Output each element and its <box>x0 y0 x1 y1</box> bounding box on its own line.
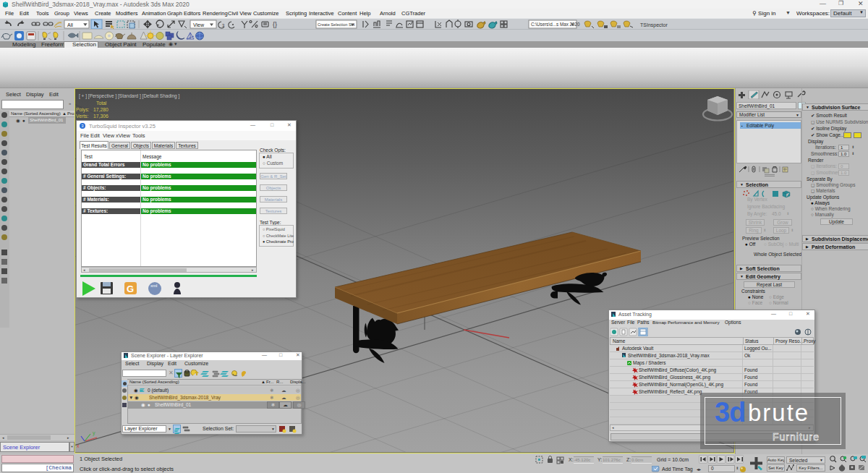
svg-text:3: 3 <box>222 23 225 27</box>
svg-text:Create Selection Set: Create Selection Set <box>318 22 355 27</box>
svg-text:All: All <box>67 22 73 27</box>
svg-text:View: View <box>193 22 205 27</box>
svg-text:{}: {} <box>273 21 277 28</box>
svg-text:y: y <box>93 430 95 436</box>
svg-text:[ + ] [Perspective ] [Standard: [ + ] [Perspective ] [Standard ] [Defaul… <box>79 93 179 99</box>
svg-text:xml: xml <box>150 284 157 288</box>
svg-text:17,280: 17,280 <box>93 107 109 112</box>
svg-text:Polys:: Polys: <box>76 107 90 113</box>
svg-text:17,306: 17,306 <box>93 114 109 119</box>
svg-text:G: G <box>127 284 134 294</box>
svg-text:TSInspector: TSInspector <box>640 22 668 28</box>
svg-text:Total: Total <box>96 101 107 106</box>
svg-text:Verts:: Verts: <box>76 114 88 119</box>
svg-text:x: x <box>77 443 80 448</box>
